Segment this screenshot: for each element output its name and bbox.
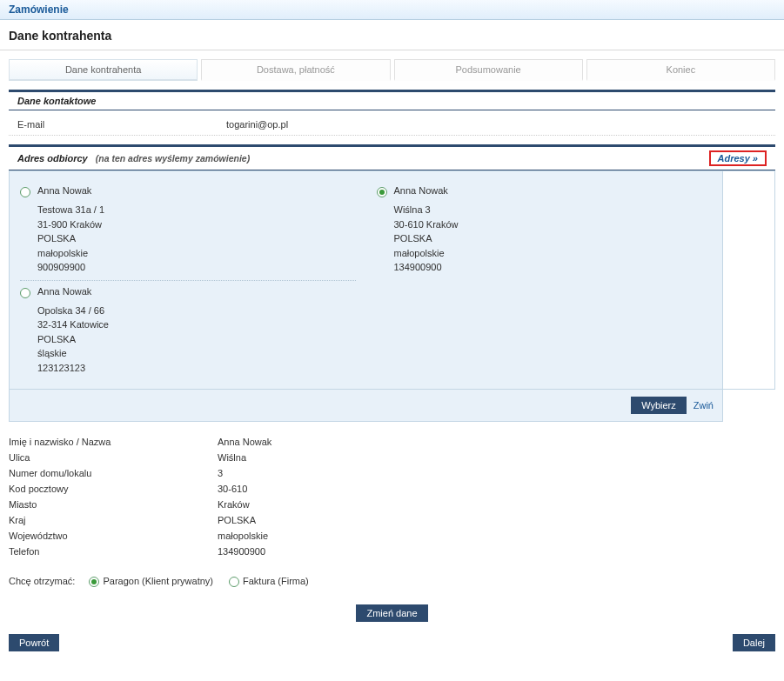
email-value: togarini@op.pl <box>226 119 288 130</box>
receipt-label: Chcę otrzymać: <box>9 576 75 586</box>
address-details-0: Testowa 31a / 1 31-900 Kraków POLSKA mał… <box>37 203 104 275</box>
detail-value-country: POLSKA <box>218 515 256 525</box>
receipt-option-paragon[interactable]: Paragon (Klient prywatny) <box>89 575 213 587</box>
detail-value-zip: 30-610 <box>218 484 247 494</box>
window-header: Zamówienie <box>0 0 784 20</box>
adresy-button[interactable]: Adresy » <box>709 150 767 166</box>
receipt-option-faktura[interactable]: Faktura (Firma) <box>229 575 309 587</box>
address-radio-2[interactable] <box>20 288 30 298</box>
address-name-1: Anna Nowak <box>394 185 459 196</box>
address-details-1: Wiślna 3 30-610 Kraków POLSKA małopolski… <box>394 203 459 275</box>
address-radio-0[interactable] <box>20 187 30 197</box>
address-details-2: Opolska 34 / 66 32-314 Katowice POLSKA ś… <box>37 304 109 376</box>
detail-value-city: Kraków <box>218 499 250 510</box>
detail-label-voivodeship: Województwo <box>9 531 218 541</box>
address-column-right: Anna Nowak Wiślna 3 30-610 Kraków POLSKA… <box>366 171 723 389</box>
detail-value-street: Wiślna <box>218 452 246 463</box>
details-grid: Imię i nazwisko / NazwaAnna Nowak UlicaW… <box>0 422 784 564</box>
tab-dostawa-platnosc[interactable]: Dostawa, płatność <box>201 59 390 81</box>
detail-label-zip: Kod pocztowy <box>9 484 218 494</box>
detail-value-voivodeship: małopolskie <box>218 531 268 541</box>
page-title-row: Dane kontrahenta <box>0 20 784 50</box>
receipt-radio-faktura[interactable] <box>229 577 239 587</box>
address-radio-1[interactable] <box>377 187 387 197</box>
footer-buttons: Powrót Dalej <box>0 627 784 665</box>
change-data-button[interactable]: Zmień dane <box>356 604 427 622</box>
section-bar-recipient: Adres odbiorcy (na ten adres wyślemy zam… <box>9 144 775 170</box>
section-recipient-title: Adres odbiorcy <box>17 153 88 164</box>
address-column-left: Anna Nowak Testowa 31a / 1 31-900 Kraków… <box>10 171 366 389</box>
section-recipient-hint: (na ten adres wyślemy zamówienie) <box>96 153 250 164</box>
address-name-0: Anna Nowak <box>37 185 104 196</box>
address-side-blank <box>722 171 774 389</box>
tab-koniec[interactable]: Koniec <box>586 59 775 81</box>
change-data-row: Zmień dane <box>0 598 784 627</box>
select-button[interactable]: Wybierz <box>631 397 687 414</box>
address-item-0[interactable]: Anna Nowak Testowa 31a / 1 31-900 Kraków… <box>20 180 356 281</box>
wizard-tabs: Dane kontrahenta Dostawa, płatność Podsu… <box>0 50 784 81</box>
detail-label-street: Ulica <box>9 452 218 463</box>
section-contact-title: Dane kontaktowe <box>17 96 96 106</box>
detail-label-country: Kraj <box>9 515 218 525</box>
section-bar-contact: Dane kontaktowe <box>9 90 775 110</box>
detail-value-number: 3 <box>218 468 223 478</box>
receipt-row: Chcę otrzymać: Paragon (Klient prywatny)… <box>0 564 784 598</box>
address-item-1[interactable]: Anna Nowak Wiślna 3 30-610 Kraków POLSKA… <box>377 180 713 280</box>
detail-value-phone: 134900900 <box>218 546 265 557</box>
address-name-2: Anna Nowak <box>37 286 109 297</box>
window-title: Zamówienie <box>9 3 69 16</box>
email-label: E-mail <box>17 119 226 130</box>
detail-label-city: Miasto <box>9 499 218 510</box>
page-title: Dane kontrahenta <box>9 29 775 43</box>
detail-label-number: Numer domu/lokalu <box>9 468 218 478</box>
address-item-2[interactable]: Anna Nowak Opolska 34 / 66 32-314 Katowi… <box>20 281 356 381</box>
tab-podsumowanie[interactable]: Podsumowanie <box>394 59 583 81</box>
next-button[interactable]: Dalej <box>733 634 775 651</box>
email-row: E-mail togarini@op.pl <box>9 110 775 136</box>
detail-value-name: Anna Nowak <box>218 437 271 447</box>
collapse-link[interactable]: Zwiń <box>694 400 714 411</box>
back-button[interactable]: Powrót <box>9 634 59 651</box>
detail-label-name: Imię i nazwisko / Nazwa <box>9 437 218 447</box>
detail-label-phone: Telefon <box>9 546 218 557</box>
receipt-radio-paragon[interactable] <box>89 577 99 587</box>
tab-dane-kontrahenta[interactable]: Dane kontrahenta <box>9 59 198 81</box>
address-panel: Anna Nowak Testowa 31a / 1 31-900 Kraków… <box>9 170 775 390</box>
